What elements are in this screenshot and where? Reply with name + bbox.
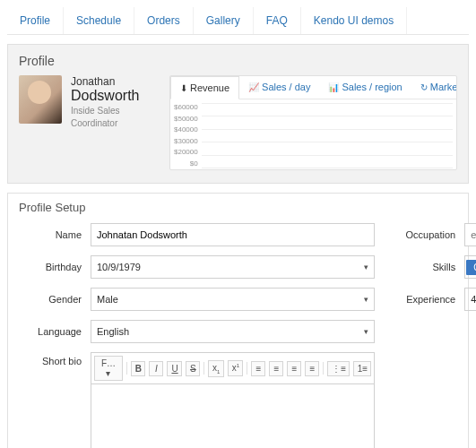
profile-setup: Profile Setup Name Birthday 10/9/1979 Ge… — [7, 193, 469, 448]
nav-schedule[interactable]: Schedule — [64, 7, 134, 34]
experience-value: 4 years — [465, 294, 476, 305]
editor-align-right[interactable]: ≡ — [287, 361, 301, 376]
editor-font-select[interactable]: F… ▾ — [94, 356, 123, 381]
label-language: Language — [19, 326, 91, 337]
first-name: Jonathan — [71, 75, 139, 88]
editor-sup[interactable]: x1 — [228, 360, 244, 375]
editor-sub[interactable]: x1 — [208, 360, 224, 377]
chart-tab-icon: ⬇ — [180, 83, 187, 93]
birthday-input[interactable]: 10/9/1979 — [91, 255, 375, 279]
nav-orders[interactable]: Orders — [134, 7, 194, 34]
editor-align-center[interactable]: ≡ — [269, 361, 283, 376]
occupation-input[interactable] — [464, 223, 476, 246]
language-value: English — [97, 326, 129, 337]
language-select[interactable]: English — [91, 320, 375, 343]
chart-tab-icon: 📊 — [328, 82, 339, 92]
nav-kendo[interactable]: Kendo UI demos — [301, 7, 407, 34]
nav-profile[interactable]: Profile — [7, 7, 64, 34]
chart-tab-revenue[interactable]: ⬇Revenue — [170, 76, 239, 99]
skill-chip[interactable]: C# — [466, 260, 476, 275]
name-input[interactable] — [91, 223, 375, 246]
editor-italic[interactable]: I — [149, 361, 163, 376]
editor-underline[interactable]: U — [167, 361, 182, 376]
chart-tab-sales-day[interactable]: 📈Sales / day — [239, 76, 319, 99]
avatar — [19, 75, 62, 124]
label-occupation: Occupation — [393, 229, 464, 240]
editor-list-ul[interactable]: ⋮≡ — [327, 361, 350, 376]
label-experience: Experience — [393, 294, 464, 305]
main-nav: Profile Schedule Orders Gallery FAQ Kend… — [7, 7, 469, 35]
chart-y-axis: $60000$50000$40000$30000$20000$0 — [174, 103, 202, 168]
label-name: Name — [19, 229, 91, 240]
shortbio-editor[interactable] — [91, 384, 375, 448]
label-birthday: Birthday — [19, 262, 91, 272]
editor-align-left[interactable]: ≡ — [251, 361, 265, 376]
label-shortbio: Short bio — [19, 352, 91, 366]
editor-bold[interactable]: B — [131, 361, 146, 376]
setup-heading: Profile Setup — [19, 201, 457, 214]
chart-tabs: ⬇Revenue📈Sales / day📊Sales / region↻Mark… — [170, 76, 456, 99]
label-gender: Gender — [19, 294, 91, 305]
profile-heading: Profile — [19, 54, 457, 68]
profile-panel: Profile Jonathan Dodsworth Inside Sales … — [7, 44, 469, 184]
gender-value: Male — [97, 294, 118, 305]
nav-gallery[interactable]: Gallery — [194, 7, 254, 34]
role-line2: Coordinator — [71, 118, 139, 129]
nav-faq[interactable]: FAQ — [254, 7, 301, 34]
last-name: Dodsworth — [71, 88, 139, 104]
experience-input[interactable]: 4 years ▴ ▾ — [464, 288, 476, 311]
editor-strike[interactable]: S — [186, 361, 200, 376]
chart-tab-icon: 📈 — [248, 82, 259, 92]
chart-bars — [202, 103, 453, 168]
chart-card: ⬇Revenue📈Sales / day📊Sales / region↻Mark… — [169, 75, 457, 170]
chart-tab-market-share[interactable]: ↻Market share — [411, 76, 457, 99]
gender-select[interactable]: Male — [91, 288, 375, 311]
label-skills: Skills — [393, 262, 464, 272]
chart-tab-sales-region[interactable]: 📊Sales / region — [319, 76, 411, 99]
editor-toolbar: F… ▾ B I U S x1 x1 ≡ ≡ ≡ ≡ — [91, 352, 375, 384]
birthday-value: 10/9/1979 — [97, 262, 141, 272]
chart-tab-icon: ↻ — [420, 82, 428, 92]
editor-align-justify[interactable]: ≡ — [305, 361, 319, 376]
role-line1: Inside Sales — [71, 106, 139, 116]
skills-input[interactable]: C# jQuery — [464, 255, 476, 279]
editor-list-ol[interactable]: 1≡ — [353, 361, 371, 376]
